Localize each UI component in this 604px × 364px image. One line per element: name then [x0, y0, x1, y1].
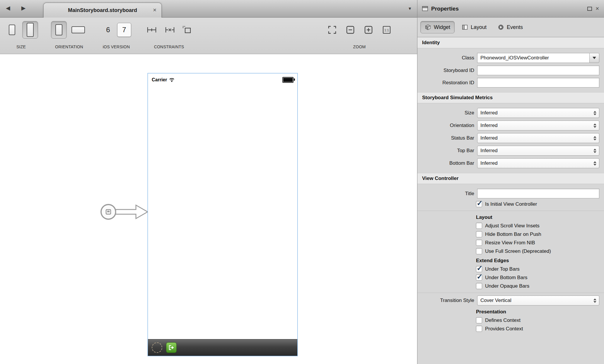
phone-4-icon [27, 23, 34, 37]
under-top-bars-checkbox[interactable] [476, 266, 482, 272]
defines-context-label: Defines Context [485, 317, 521, 323]
tab-list-chevron-icon[interactable]: ▼ [408, 6, 412, 11]
defines-context-checkbox[interactable] [476, 317, 482, 323]
ios-version-group: 6 7 iOS VERSION [101, 20, 131, 50]
initial-view-controller-arrow[interactable] [98, 201, 149, 222]
top-bar-label: Top Bar [417, 148, 477, 154]
section-simulated-metrics: Storyboard Simulated Metrics [417, 92, 604, 103]
is-initial-checkbox[interactable] [476, 201, 482, 207]
close-panel-icon[interactable]: ✕ [596, 6, 599, 11]
zoom-out-icon[interactable] [346, 25, 355, 35]
properties-window-icon [422, 6, 428, 11]
storyboard-id-field[interactable] [477, 66, 599, 75]
size-value: Inferred [480, 110, 593, 116]
design-surface[interactable]: Carrier [0, 54, 417, 364]
tab-events-label: Events [507, 24, 523, 30]
status-bar-row: Status Bar Inferred [417, 133, 599, 143]
exit-segue-icon[interactable] [166, 342, 177, 353]
transition-style-label: Transition Style [417, 298, 477, 303]
zoom-group: 1:1 ZOOM [327, 20, 391, 50]
tab-layout[interactable]: Layout [458, 21, 491, 33]
tab-widget-label: Widget [434, 24, 450, 30]
storyboard-id-label: Storyboard ID [417, 68, 477, 73]
tab-events[interactable]: Events [494, 21, 527, 33]
orientation-label: Orientation [417, 123, 477, 128]
actual-size-icon[interactable]: 1:1 [382, 25, 391, 35]
adjust-scroll-insets-checkbox[interactable] [476, 223, 482, 229]
view-controller-dock [148, 339, 297, 356]
remove-constraint-icon[interactable] [164, 25, 176, 34]
bottom-bar-label: Bottom Bar [417, 160, 477, 166]
orientation-landscape-button[interactable] [69, 21, 87, 39]
under-top-bars-label: Under Top Bars [485, 266, 520, 272]
zoom-to-fit-icon[interactable] [327, 25, 337, 35]
size-4-inch-button[interactable] [22, 21, 38, 39]
tab-widget[interactable]: Widget [420, 21, 455, 33]
under-opaque-bars-checkbox[interactable] [476, 283, 482, 289]
bottom-bar-dropdown[interactable]: Inferred [477, 158, 599, 168]
class-combobox[interactable]: Phoneword_iOSViewController [477, 53, 599, 63]
under-opaque-bars-row: Under Opaque Bars [476, 283, 599, 289]
add-constraint-icon[interactable] [146, 25, 158, 34]
section-view-controller: View Controller [417, 173, 604, 184]
view-controller-dock-icon[interactable] [152, 342, 162, 353]
full-screen-checkbox[interactable] [476, 248, 482, 254]
transition-style-dropdown[interactable]: Cover Vertical [477, 296, 599, 305]
properties-panel: Properties ✕ Widget [417, 0, 604, 364]
cube-icon [425, 24, 431, 30]
layout-group-header: Layout [476, 214, 599, 220]
size-label: Size [417, 110, 477, 116]
class-label: Class [417, 55, 477, 61]
under-opaque-bars-label: Under Opaque Bars [485, 283, 529, 289]
carrier-label: Carrier [152, 77, 167, 83]
size-3-5-inch-button[interactable] [4, 21, 20, 39]
back-button[interactable]: ◀ [6, 5, 10, 11]
under-top-bars-row: Under Top Bars [476, 266, 599, 272]
orientation-row: Orientation Inferred [417, 121, 599, 131]
size-group-label: SIZE [16, 44, 26, 50]
class-value: Phoneword_iOSViewController [477, 53, 589, 63]
storyboard-id-row: Storyboard ID [417, 66, 599, 75]
properties-header: Properties ✕ [417, 0, 604, 18]
tab-close-icon[interactable]: ✕ [153, 3, 157, 18]
top-bar-row: Top Bar Inferred [417, 146, 599, 156]
zoom-in-icon[interactable] [364, 25, 373, 35]
under-bottom-bars-checkbox[interactable] [476, 274, 482, 281]
float-panel-icon[interactable] [587, 7, 592, 11]
ios-version-group-label: iOS VERSION [103, 44, 130, 50]
status-bar-value: Inferred [480, 135, 593, 141]
top-bar-dropdown[interactable]: Inferred [477, 146, 599, 156]
restoration-id-field[interactable] [477, 78, 599, 87]
constraints-group-label: CONSTRAINTS [154, 44, 184, 50]
section-identity: Identity [417, 37, 604, 48]
forward-button[interactable]: ▶ [21, 5, 26, 11]
provides-context-checkbox[interactable] [476, 326, 482, 332]
hide-bottom-bar-checkbox[interactable] [476, 231, 482, 237]
orientation-value: Inferred [480, 123, 593, 128]
tab-title: MainStoryboard.storyboard [44, 3, 161, 18]
orientation-dropdown[interactable]: Inferred [477, 121, 599, 131]
tab-mainstoryboard[interactable]: MainStoryboard.storyboard ✕ [43, 3, 162, 18]
status-bar-dropdown[interactable]: Inferred [477, 133, 599, 143]
bottom-bar-value: Inferred [480, 160, 593, 166]
adjust-scroll-insets-row: Adjust Scroll View Insets [476, 223, 599, 229]
orientation-group-label: ORIENTATION [55, 44, 83, 50]
divider [417, 211, 604, 211]
size-dropdown[interactable]: Inferred [477, 108, 599, 118]
title-row: Title [417, 189, 599, 198]
is-initial-row: Is Initial View Controller [476, 201, 599, 207]
orientation-portrait-button[interactable] [51, 21, 67, 39]
edit-constraints-icon[interactable] [182, 25, 192, 34]
under-bottom-bars-row: Under Bottom Bars [476, 274, 599, 281]
tab-layout-label: Layout [471, 24, 487, 30]
class-dropdown-button[interactable] [589, 53, 599, 63]
document-tab-bar: ◀ ▶ MainStoryboard.storyboard ✕ ▼ [0, 0, 417, 18]
resize-view-nib-checkbox[interactable] [476, 240, 482, 246]
title-label: Title [417, 191, 477, 197]
title-field[interactable] [477, 189, 599, 198]
ios7-button[interactable]: 7 [117, 23, 131, 37]
is-initial-label: Is Initial View Controller [485, 201, 537, 207]
view-controller-canvas[interactable]: Carrier [148, 73, 298, 356]
orientation-group: ORIENTATION [51, 20, 87, 50]
ios6-button[interactable]: 6 [101, 23, 115, 37]
